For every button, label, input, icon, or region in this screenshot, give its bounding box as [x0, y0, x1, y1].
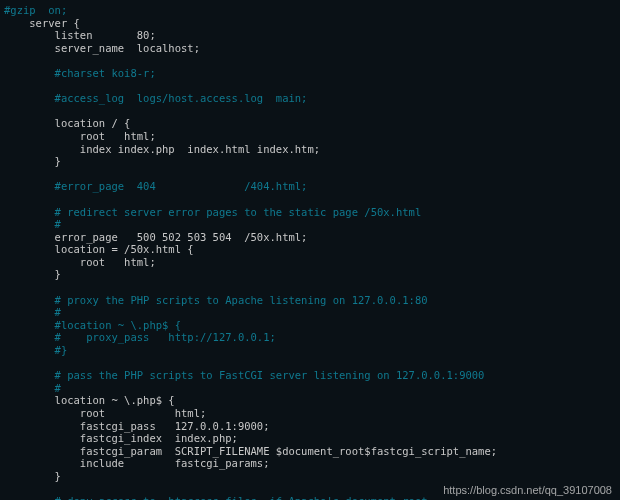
code-token: # proxy the PHP scripts to Apache listen… — [55, 294, 428, 306]
code-token: # — [55, 382, 61, 394]
code-token: fastcgi_index index.php; — [80, 432, 238, 444]
nginx-config-code: #gzip on; server { listen 80; server_nam… — [0, 0, 620, 500]
code-token: listen 80; — [55, 29, 156, 41]
code-token: # pass the PHP scripts to FastCGI server… — [55, 369, 485, 381]
code-token: fastcgi_pass 127.0.0.1:9000; — [80, 420, 270, 432]
code-token: } — [55, 268, 61, 280]
code-token: } — [55, 470, 61, 482]
code-token: #} — [55, 344, 68, 356]
code-token: server { — [29, 17, 80, 29]
code-token: # — [55, 218, 61, 230]
code-token: #location ~ \.php$ { — [55, 319, 181, 331]
code-token: index index.php index.html index.htm; — [80, 143, 320, 155]
code-token: # redirect server error pages to the sta… — [55, 206, 422, 218]
code-token: } — [55, 155, 61, 167]
code-token: #error_page 404 /404.html; — [55, 180, 308, 192]
code-token: # proxy_pass http://127.0.0.1; — [55, 331, 276, 343]
code-token: include fastcgi_params; — [80, 457, 270, 469]
code-token: #gzip on; — [4, 4, 67, 16]
code-token: #charset koi8-r; — [55, 67, 156, 79]
watermark-url: https://blog.csdn.net/qq_39107008 — [443, 484, 612, 496]
code-token: #access_log logs/host.access.log main; — [55, 92, 308, 104]
code-token: error_page 500 502 503 504 /50x.html; — [55, 231, 308, 243]
code-token: # deny access to .htaccess files, if Apa… — [55, 495, 428, 500]
code-token: root html; — [80, 407, 206, 419]
code-token: location / { — [55, 117, 131, 129]
code-token: server_name localhost; — [55, 42, 200, 54]
code-token: fastcgi_param SCRIPT_FILENAME $document_… — [80, 445, 497, 457]
code-token: location = /50x.html { — [55, 243, 194, 255]
code-token: location ~ \.php$ { — [55, 394, 175, 406]
code-token: # — [55, 306, 61, 318]
code-token: root html; — [80, 130, 156, 142]
code-token: root html; — [80, 256, 156, 268]
